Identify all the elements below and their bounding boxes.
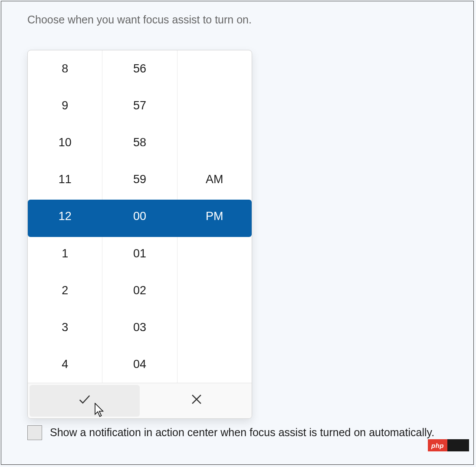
hour-option[interactable]: 11 [28,161,102,198]
period-empty [177,87,252,124]
hour-option[interactable]: 2 [28,272,102,309]
instruction-text: Choose when you want focus assist to tur… [27,13,252,26]
hour-option[interactable]: 1 [28,235,102,272]
confirm-button[interactable] [30,385,140,417]
minute-option[interactable]: 57 [102,87,177,124]
watermark-dark [447,439,469,451]
period-option-pm-selected[interactable]: PM [177,198,252,235]
notification-checkbox-label: Show a notification in action center whe… [50,424,434,440]
notification-checkbox-row: Show a notification in action center whe… [27,424,456,440]
minute-option[interactable]: 56 [102,50,177,87]
hour-option[interactable]: 10 [28,124,102,161]
minute-option[interactable]: 59 [102,161,177,198]
period-column[interactable]: AM PM [177,50,252,383]
period-option-am[interactable]: AM [177,161,252,198]
picker-action-bar [28,383,252,418]
minute-option[interactable]: 04 [102,346,177,383]
minute-column[interactable]: 56 57 58 59 00 01 02 03 04 [102,50,177,383]
period-empty [177,346,252,383]
close-icon [189,392,204,410]
notification-checkbox[interactable] [27,425,42,440]
period-empty [177,235,252,272]
settings-panel: Choose when you want focus assist to tur… [1,1,474,465]
hour-option[interactable]: 3 [28,309,102,346]
period-empty [177,272,252,309]
picker-columns: 8 9 10 11 12 1 2 3 4 56 57 58 59 00 01 0… [28,50,252,383]
period-empty [177,50,252,87]
minute-option[interactable]: 03 [102,309,177,346]
checkmark-icon [77,392,92,410]
cancel-button[interactable] [141,383,252,418]
minute-option-selected[interactable]: 00 [102,198,177,235]
hour-option[interactable]: 9 [28,87,102,124]
minute-option[interactable]: 02 [102,272,177,309]
hour-option-selected[interactable]: 12 [28,198,102,235]
watermark-text: php [431,442,444,449]
period-empty [177,124,252,161]
hour-option[interactable]: 8 [28,50,102,87]
minute-option[interactable]: 58 [102,124,177,161]
time-picker-flyout: 8 9 10 11 12 1 2 3 4 56 57 58 59 00 01 0… [27,50,252,419]
period-empty [177,309,252,346]
hour-column[interactable]: 8 9 10 11 12 1 2 3 4 [28,50,102,383]
hour-option[interactable]: 4 [28,346,102,383]
minute-option[interactable]: 01 [102,235,177,272]
